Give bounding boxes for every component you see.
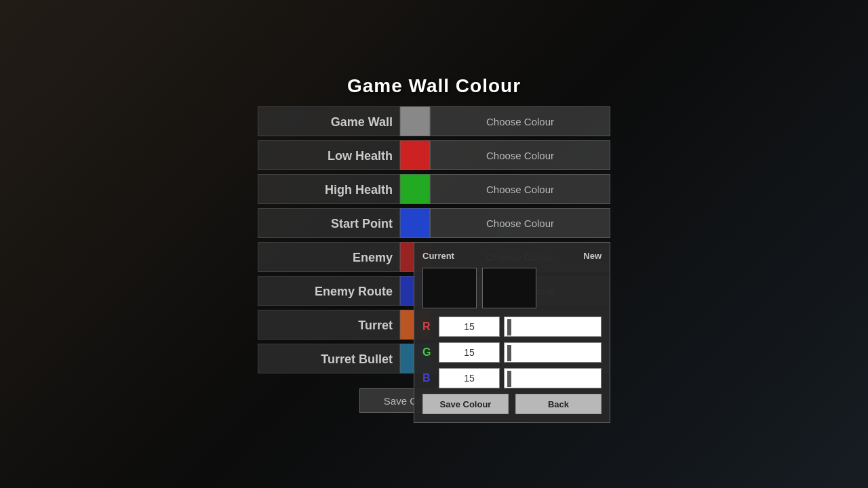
picker-buttons: Save Colour Back [422, 394, 601, 414]
b-input[interactable] [439, 368, 500, 388]
swatch-wall [400, 106, 430, 136]
choose-colour-button-start-point[interactable]: Choose Colour [430, 208, 610, 238]
current-label: Current [422, 251, 454, 261]
r-label: R [422, 321, 435, 333]
back-button[interactable]: Back [515, 394, 601, 414]
swatch-high-health [400, 174, 430, 204]
choose-colour-button-low-health[interactable]: Choose Colour [430, 140, 610, 170]
page-title: Game Wall Colour [258, 75, 610, 97]
main-panel: Game Wall Colour Game WallChoose ColourL… [258, 75, 610, 413]
b-row: B [422, 368, 601, 388]
choose-colour-button-high-health[interactable]: Choose Colour [430, 174, 610, 204]
g-row: G [422, 342, 601, 363]
colour-row-wall: Game WallChoose Colour [258, 106, 610, 136]
new-label: New [583, 251, 601, 261]
save-colour-button[interactable]: Save Colour [422, 394, 509, 414]
new-swatch [482, 268, 536, 308]
swatch-low-health [400, 140, 430, 170]
label-low-health: Low Health [258, 140, 400, 170]
current-swatch [422, 268, 477, 308]
g-input[interactable] [439, 342, 500, 363]
colour-row-start-point: Start PointChoose Colour [258, 208, 610, 238]
r-input[interactable] [439, 317, 500, 337]
label-enemy-route: Enemy Route [258, 276, 400, 306]
colour-row-low-health: Low HealthChoose Colour [258, 140, 610, 170]
choose-colour-button-wall[interactable]: Choose Colour [430, 106, 610, 136]
r-slider[interactable] [504, 317, 601, 337]
label-high-health: High Health [258, 174, 400, 204]
label-wall: Game Wall [258, 106, 400, 136]
label-enemy: Enemy [258, 242, 400, 272]
b-slider-thumb [507, 371, 511, 387]
picker-header: Current New [422, 251, 601, 261]
colour-picker-popup: Current New R G B [414, 242, 610, 423]
r-row: R [422, 317, 601, 337]
b-slider[interactable] [504, 368, 601, 388]
picker-swatches [422, 268, 601, 308]
swatch-start-point [400, 208, 430, 238]
label-start-point: Start Point [258, 208, 400, 238]
label-turret: Turret [258, 310, 400, 340]
g-slider-thumb [507, 345, 511, 361]
g-label: G [422, 346, 435, 359]
label-turret-bullet: Turret Bullet [258, 344, 400, 373]
g-slider[interactable] [504, 342, 601, 363]
r-slider-thumb [507, 319, 511, 336]
colour-row-high-health: High HealthChoose Colour [258, 174, 610, 204]
b-label: B [422, 372, 435, 384]
